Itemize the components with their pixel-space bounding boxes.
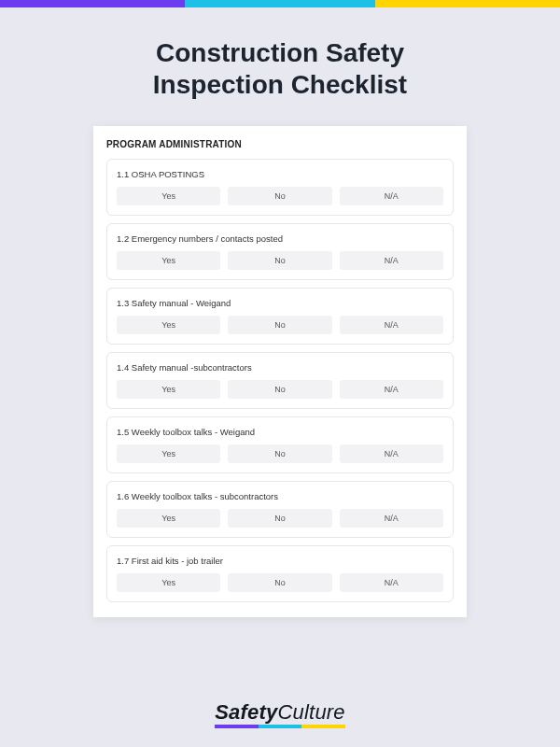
item-question: 1.3 Safety manual - Weigand [117, 298, 443, 308]
option-row: Yes No N/A [117, 187, 443, 205]
checklist-item: 1.7 First aid kits - job trailer Yes No … [106, 545, 454, 602]
underline-cyan [259, 725, 302, 728]
option-no[interactable]: No [228, 444, 331, 463]
bar-segment-purple [0, 0, 185, 7]
option-yes[interactable]: Yes [117, 444, 220, 463]
option-yes[interactable]: Yes [117, 316, 220, 334]
option-yes[interactable]: Yes [117, 187, 220, 205]
option-no[interactable]: No [228, 509, 331, 528]
option-row: Yes No N/A [117, 573, 443, 592]
option-na[interactable]: N/A [340, 573, 443, 592]
checklist-card: PROGRAM ADMINISTRATION 1.1 OSHA POSTINGS… [93, 126, 467, 617]
brand-bold: Safety [215, 700, 277, 724]
brand-footer: SafetyCulture [0, 700, 560, 725]
item-question: 1.2 Emergency numbers / contacts posted [117, 233, 443, 244]
option-no[interactable]: No [228, 573, 331, 592]
checklist-item: 1.4 Safety manual -subcontractors Yes No… [106, 352, 454, 409]
title-line-2: Inspection Checklist [153, 70, 407, 99]
checklist-item: 1.1 OSHA POSTINGS Yes No N/A [106, 159, 454, 216]
underline-purple [215, 725, 259, 728]
option-row: Yes No N/A [117, 251, 443, 270]
option-row: Yes No N/A [117, 509, 443, 528]
option-na[interactable]: N/A [340, 316, 443, 334]
title-line-1: Construction Safety [156, 38, 404, 67]
option-row: Yes No N/A [117, 444, 443, 463]
option-yes[interactable]: Yes [117, 251, 220, 270]
option-row: Yes No N/A [117, 316, 443, 334]
option-yes[interactable]: Yes [117, 509, 220, 528]
option-row: Yes No N/A [117, 380, 443, 399]
option-na[interactable]: N/A [340, 251, 443, 270]
item-question: 1.1 OSHA POSTINGS [117, 169, 443, 179]
checklist-item: 1.5 Weekly toolbox talks - Weigand Yes N… [106, 416, 454, 473]
brand-top-bar [0, 0, 560, 7]
option-no[interactable]: No [228, 251, 331, 270]
bar-segment-yellow [375, 0, 560, 7]
page-title: Construction Safety Inspection Checklist [0, 37, 560, 100]
option-no[interactable]: No [228, 380, 331, 399]
checklist-item: 1.6 Weekly toolbox talks - subcontractor… [106, 481, 454, 538]
option-no[interactable]: No [228, 316, 331, 334]
checklist-item: 1.3 Safety manual - Weigand Yes No N/A [106, 288, 454, 345]
section-header: PROGRAM ADMINISTRATION [106, 139, 454, 149]
item-question: 1.7 First aid kits - job trailer [117, 556, 443, 566]
option-no[interactable]: No [228, 187, 331, 205]
bar-segment-cyan [185, 0, 375, 7]
option-na[interactable]: N/A [340, 380, 443, 399]
item-question: 1.5 Weekly toolbox talks - Weigand [117, 427, 443, 437]
checklist-item: 1.2 Emergency numbers / contacts posted … [106, 223, 454, 280]
brand-thin: Culture [277, 700, 344, 724]
option-na[interactable]: N/A [340, 444, 443, 463]
brand-logo: SafetyCulture [215, 700, 345, 725]
item-question: 1.4 Safety manual -subcontractors [117, 362, 443, 373]
option-yes[interactable]: Yes [117, 573, 220, 592]
brand-underline [215, 725, 345, 728]
option-na[interactable]: N/A [340, 509, 443, 528]
option-yes[interactable]: Yes [117, 380, 220, 399]
item-question: 1.6 Weekly toolbox talks - subcontractor… [117, 491, 443, 501]
option-na[interactable]: N/A [340, 187, 443, 205]
underline-yellow [301, 725, 345, 728]
